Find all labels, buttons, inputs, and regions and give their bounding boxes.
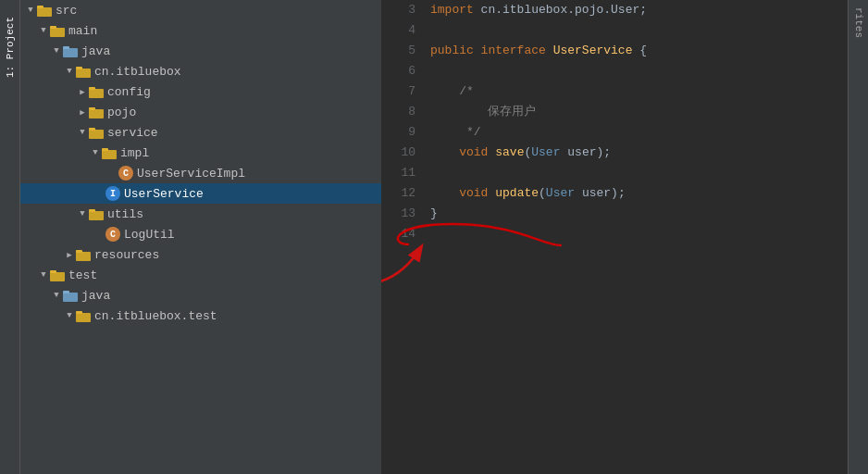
tree-label-cn-itbluebox: cn.itbluebox (94, 65, 181, 79)
code-content: 3 4 5 ⬇ 6 7 8 9 10 ⬇ 11 12 ⬇ 13 14 (381, 0, 848, 474)
svg-rect-23 (63, 291, 69, 293)
tree-item-userserviceimpl[interactable]: C UserServiceImpl (20, 163, 381, 183)
folder-icon-cn-itbluebox (76, 66, 91, 78)
token: /* (430, 81, 474, 102)
tree-item-cn-itbluebox[interactable]: cn.itbluebox (20, 61, 381, 81)
code-line-8: 保存用户 (430, 102, 848, 122)
svg-rect-0 (37, 7, 52, 17)
folder-icon-main (50, 25, 65, 37)
token: save (495, 143, 524, 163)
sidebar-project-tab[interactable]: 1: Project (0, 0, 20, 474)
token: update (495, 183, 539, 204)
code-line-6 (430, 61, 848, 81)
svg-rect-13 (89, 128, 95, 131)
token: cn.itbluebox.pojo.User (481, 0, 640, 20)
token: User (531, 143, 560, 163)
tree-item-utils[interactable]: utils (20, 204, 381, 224)
token: user (560, 143, 596, 163)
line-num-6: 6 (381, 61, 415, 81)
svg-rect-8 (89, 89, 104, 98)
svg-rect-24 (76, 313, 91, 322)
arrow-pojo (76, 106, 89, 118)
tree-item-userservice[interactable]: I UserService (20, 183, 381, 204)
svg-rect-22 (63, 293, 78, 302)
code-editor: 3 4 5 ⬇ 6 7 8 9 10 ⬇ 11 12 ⬇ 13 14 (381, 0, 848, 474)
tree-label-service: service (107, 126, 158, 140)
svg-rect-3 (50, 26, 56, 29)
token (430, 183, 459, 204)
token: ); (611, 183, 626, 204)
tree-item-impl[interactable]: impl (20, 143, 381, 163)
svg-rect-18 (76, 252, 91, 261)
tree-item-java2[interactable]: java (20, 285, 381, 306)
tree-label-cn-itbluebox-test: cn.itbluebox.test (94, 309, 217, 323)
tree-label-userservice: UserService (124, 187, 204, 201)
tree-label-impl: impl (120, 146, 149, 160)
svg-rect-17 (89, 209, 95, 212)
tree-item-src[interactable]: src (20, 0, 381, 20)
token: user (575, 183, 611, 204)
code-lines-area[interactable]: import cn.itbluebox.pojo.User; public in… (423, 0, 848, 474)
token: ( (539, 183, 546, 204)
token: ); (597, 143, 612, 163)
code-line-5: public interface UserService { (430, 41, 848, 61)
token: User (546, 183, 575, 204)
code-line-14 (430, 224, 848, 244)
tree-item-config[interactable]: config (20, 81, 381, 102)
line-num-14: 14 (381, 224, 415, 244)
svg-rect-19 (76, 250, 82, 253)
svg-rect-12 (89, 130, 104, 139)
tree-label-main: main (68, 24, 97, 38)
svg-rect-5 (63, 46, 69, 49)
tree-item-cn-itbluebox-test[interactable]: cn.itbluebox.test (20, 306, 381, 326)
line-num-10: 10 ⬇ (381, 143, 415, 163)
favorites-tab-label[interactable]: rites (851, 0, 866, 45)
tree-item-java[interactable]: java (20, 41, 381, 61)
svg-rect-21 (50, 270, 56, 273)
folder-icon-resources (76, 249, 91, 261)
token: void (459, 183, 495, 204)
tree-item-pojo[interactable]: pojo (20, 102, 381, 122)
code-line-4 (430, 20, 848, 41)
arrow-main (37, 24, 50, 37)
code-line-11 (430, 163, 848, 183)
svg-rect-10 (89, 109, 104, 118)
folder-icon-src (37, 5, 52, 17)
tree-label-config: config (107, 85, 151, 99)
tree-item-service[interactable]: service (20, 122, 381, 143)
tree-label-utils: utils (107, 207, 143, 221)
line-num-7: 7 (381, 81, 415, 102)
arrow-cn-itbluebox (63, 65, 76, 78)
tree-item-test[interactable]: test (20, 265, 381, 285)
arrow-placeholder (105, 167, 118, 180)
tree-item-main[interactable]: main (20, 20, 381, 41)
token: import (430, 0, 481, 20)
arrow-src (24, 4, 37, 17)
code-line-7: /* (430, 81, 848, 102)
svg-rect-2 (50, 28, 65, 37)
svg-rect-9 (89, 87, 95, 90)
token: ; (639, 0, 647, 20)
svg-rect-15 (102, 148, 108, 151)
svg-rect-1 (37, 6, 43, 8)
token: UserService (553, 41, 633, 61)
tree-label-src: src (56, 4, 77, 18)
folder-icon-config (89, 86, 104, 98)
code-line-3: import cn.itbluebox.pojo.User; (430, 0, 848, 20)
arrow-utils (76, 207, 89, 220)
arrow-config (76, 85, 89, 98)
code-line-10: void save(User user); (430, 143, 848, 163)
tree-item-logutil[interactable]: C LogUtil (20, 224, 381, 244)
token: } (430, 204, 438, 224)
tree-label-java2: java (81, 289, 110, 303)
tree-item-resources[interactable]: resources (20, 244, 381, 265)
code-line-9: */ (430, 122, 848, 143)
svg-rect-7 (76, 67, 82, 69)
arrow-java2 (50, 289, 63, 302)
right-sidebar: rites (848, 0, 868, 474)
tree-label-logutil: LogUtil (124, 228, 175, 242)
folder-icon-utils (89, 208, 104, 220)
folder-icon-impl (102, 147, 117, 159)
line-num-5: 5 ⬇ (381, 41, 415, 61)
arrow-placeholder3 (93, 228, 105, 241)
